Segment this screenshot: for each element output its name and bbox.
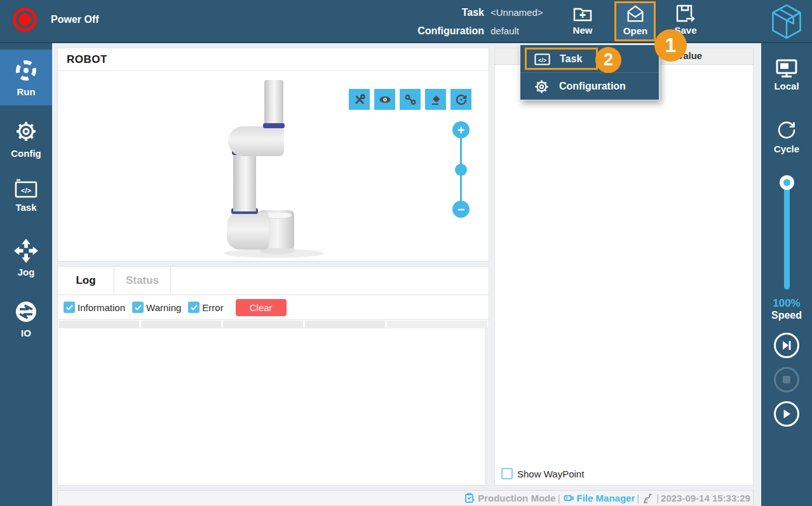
sidebar-item-task[interactable]: </> Task (0, 168, 52, 223)
configuration-label: Configuration (349, 25, 484, 37)
eraser-icon (430, 93, 442, 106)
filter-error[interactable]: Error (188, 302, 223, 313)
log-panel: Log Status Information Warning Error (57, 266, 489, 486)
zoom-out-button[interactable]: − (452, 201, 470, 218)
new-button[interactable]: New (563, 4, 602, 36)
gear-icon (13, 119, 39, 144)
svg-text:</>: </> (538, 57, 546, 63)
status-timestamp: 2023-09-14 15:33:29 (661, 493, 750, 503)
speed-label: Speed (761, 310, 812, 321)
brand-cube-logo (770, 4, 803, 39)
menu-item-configuration[interactable]: Configuration (520, 72, 659, 100)
zoom-in-button[interactable]: + (452, 121, 470, 138)
robot-arm-figure (226, 76, 360, 261)
file-manager-link[interactable]: File Manager (577, 493, 635, 503)
sidebar-item-run[interactable]: Run (0, 50, 52, 105)
reset-view-icon (455, 93, 468, 106)
view-toolbar (349, 89, 471, 110)
open-button[interactable]: Open (616, 4, 655, 36)
usb-drive-icon (564, 493, 574, 503)
log-filter-row: Information Warning Error Clear (58, 295, 489, 319)
power-button[interactable]: Power Off (13, 8, 99, 32)
robot-panel-title: ROBOT (58, 48, 489, 71)
configuration-value: default (491, 25, 519, 36)
robot-panel: ROBOT (57, 48, 489, 262)
jog-arrows-icon (14, 239, 38, 263)
reset-view-button[interactable] (450, 89, 471, 110)
sidebar-item-label: Run (17, 86, 35, 97)
cycle-icon (775, 118, 798, 141)
tab-log[interactable]: Log (58, 267, 114, 295)
task-value: <Unnamed> (491, 7, 543, 18)
eraser-button[interactable] (425, 89, 446, 110)
log-table-body (58, 328, 489, 485)
show-waypoint-toggle[interactable]: Show WayPoint (501, 468, 584, 479)
visibility-button[interactable] (374, 89, 395, 110)
tools-icon (353, 93, 366, 106)
save-floppy-icon (675, 4, 696, 23)
filter-information[interactable]: Information (64, 302, 125, 313)
svg-text:</>: </> (21, 187, 31, 194)
clear-button[interactable]: Clear (236, 299, 287, 316)
zoom-slider-handle[interactable] (455, 164, 467, 176)
annotation-step-1: 1 (654, 29, 687, 62)
value-panel: Value Show WayPoint (494, 48, 754, 486)
robot-status-icon (642, 493, 653, 503)
step-icon (781, 340, 792, 351)
open-label: Open (623, 25, 647, 36)
top-bar: Power Off Task <Unnamed> Configuration d… (0, 0, 812, 43)
task-label: Task (349, 7, 484, 18)
stop-button[interactable] (774, 367, 799, 392)
production-mode-icon (464, 493, 475, 503)
cycle-label: Cycle (774, 143, 799, 154)
sidebar-item-jog[interactable]: Jog (0, 230, 52, 286)
task-code-icon: </> (15, 179, 37, 198)
right-sidebar: Local Cycle 100% Speed (761, 43, 812, 506)
trajectory-button[interactable] (400, 89, 421, 110)
speed-slider-track[interactable] (784, 184, 790, 290)
menu-item-task[interactable]: </> Task (520, 45, 659, 72)
open-envelope-icon (625, 4, 646, 23)
sidebar-item-io[interactable]: IO (0, 291, 52, 347)
log-scrollbar[interactable] (485, 328, 488, 485)
menu-task-highlight: </> Task (525, 48, 598, 70)
show-waypoint-label: Show WayPoint (517, 469, 584, 479)
speed-percent: 100% (761, 297, 812, 310)
power-label: Power Off (51, 14, 99, 25)
local-mode-button[interactable]: Local (761, 59, 812, 91)
power-icon (13, 8, 37, 32)
production-mode-label: Production Mode (478, 493, 556, 503)
status-bar: Production Mode | File Manager | | 2023-… (57, 490, 754, 506)
checkbox-unchecked-icon (501, 468, 513, 479)
menu-configuration-label: Configuration (559, 81, 626, 92)
checkbox-checked-icon (64, 302, 75, 313)
log-tabs: Log Status (58, 267, 489, 295)
left-sidebar: Run Config </> (0, 43, 52, 506)
speed-slider-handle[interactable] (780, 175, 794, 190)
tab-status[interactable]: Status (114, 267, 171, 295)
local-monitor-icon (776, 59, 797, 78)
play-button[interactable] (774, 401, 799, 427)
run-target-icon (14, 58, 38, 83)
sidebar-item-label: IO (21, 328, 31, 338)
io-swap-icon (14, 300, 38, 324)
filter-warning[interactable]: Warning (132, 302, 181, 313)
task-code-icon: </> (534, 52, 550, 65)
new-label: New (573, 25, 593, 36)
gear-icon (534, 79, 550, 95)
visibility-eye-icon (379, 93, 391, 106)
tools-button[interactable] (349, 89, 370, 110)
checkbox-checked-icon (188, 302, 200, 313)
cycle-mode-button[interactable]: Cycle (761, 118, 812, 154)
annotation-step-2: 2 (595, 47, 621, 73)
open-dropdown-menu: </> Task Configuration (520, 44, 660, 100)
sidebar-item-config[interactable]: Config (0, 110, 52, 166)
open-button-highlight: Open (614, 1, 656, 41)
sidebar-item-label: Jog (18, 267, 35, 277)
menu-task-label: Task (560, 53, 582, 65)
robot-3d-view[interactable]: + − (58, 71, 489, 261)
log-table-header (58, 319, 489, 328)
app-window: Power Off Task <Unnamed> Configuration d… (0, 0, 812, 506)
step-button[interactable] (774, 333, 799, 358)
sidebar-item-label: Config (11, 148, 41, 159)
